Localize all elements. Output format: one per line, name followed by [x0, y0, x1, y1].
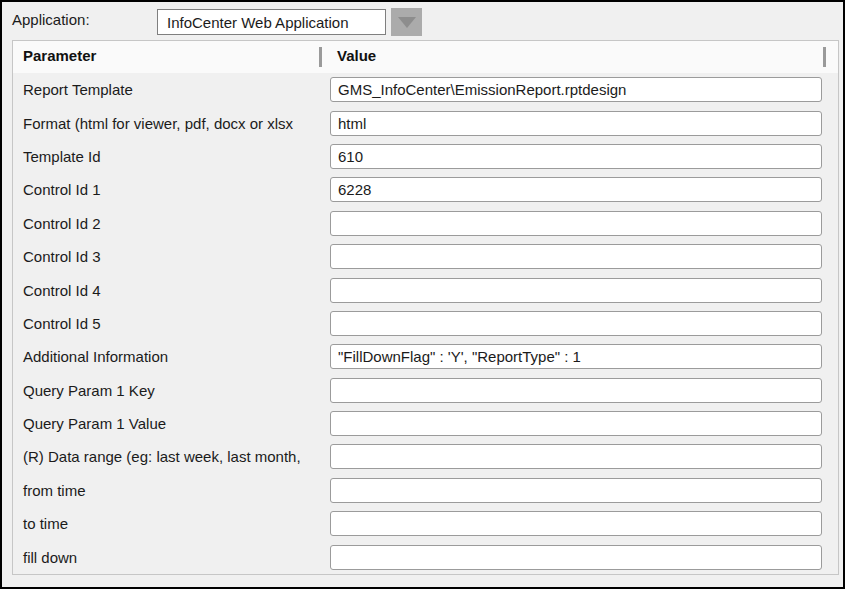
table-row: Control Id 2 [13, 207, 838, 240]
table-row: fill down [13, 540, 838, 573]
table-row: Report Template [13, 73, 838, 106]
application-dropdown[interactable]: InfoCenter Web Application [157, 9, 386, 35]
value-input[interactable] [330, 478, 822, 503]
table-row: Query Param 1 Value [13, 407, 838, 440]
application-label: Application: [12, 11, 90, 28]
table-row: Control Id 1 [13, 173, 838, 206]
column-splitter[interactable] [319, 47, 322, 67]
value-input[interactable] [330, 278, 822, 303]
application-dropdown-button[interactable] [391, 8, 422, 36]
parameter-label: Query Param 1 Value [13, 415, 330, 432]
table-row: to time [13, 507, 838, 540]
value-input[interactable] [330, 211, 822, 236]
parameter-label: Control Id 5 [13, 315, 330, 332]
value-input[interactable] [330, 77, 822, 102]
table-row: Template Id [13, 140, 838, 173]
application-selector-bar: Application: InfoCenter Web Application [2, 2, 843, 40]
parameter-label: Control Id 4 [13, 282, 330, 299]
value-input[interactable] [330, 111, 822, 136]
parameter-label: Format (html for viewer, pdf, docx or xl… [13, 115, 330, 132]
value-input[interactable] [330, 411, 822, 436]
table-row: Control Id 5 [13, 307, 838, 340]
value-input[interactable] [330, 344, 822, 369]
parameter-editor-window: Application: InfoCenter Web Application … [0, 0, 845, 589]
parameter-table-header: Parameter Value [13, 41, 838, 73]
parameter-label: Query Param 1 Key [13, 382, 330, 399]
parameter-label: fill down [13, 549, 330, 566]
table-row: Query Param 1 Key [13, 374, 838, 407]
column-header-value: Value [337, 47, 376, 64]
parameter-label: from time [13, 482, 330, 499]
value-input[interactable] [330, 244, 822, 269]
table-row: (R) Data range (eg: last week, last mont… [13, 440, 838, 473]
parameter-label: Template Id [13, 148, 330, 165]
application-dropdown-selected: InfoCenter Web Application [167, 14, 349, 31]
column-splitter[interactable] [823, 47, 826, 67]
table-row: from time [13, 474, 838, 507]
column-header-parameter: Parameter [23, 47, 96, 64]
value-input[interactable] [330, 511, 822, 536]
parameter-label: Report Template [13, 81, 330, 98]
value-input[interactable] [330, 177, 822, 202]
value-input[interactable] [330, 144, 822, 169]
table-row: Format (html for viewer, pdf, docx or xl… [13, 106, 838, 139]
table-row: Control Id 3 [13, 240, 838, 273]
parameter-label: to time [13, 515, 330, 532]
parameter-label: (R) Data range (eg: last week, last mont… [13, 448, 330, 465]
parameter-label: Control Id 1 [13, 181, 330, 198]
parameter-label: Additional Information [13, 348, 330, 365]
parameter-table-body: Report Template Format (html for viewer,… [13, 73, 838, 574]
table-row: Additional Information [13, 340, 838, 373]
value-input[interactable] [330, 545, 822, 570]
parameter-label: Control Id 2 [13, 215, 330, 232]
chevron-down-icon [398, 17, 416, 28]
value-input[interactable] [330, 444, 822, 469]
table-row: Control Id 4 [13, 273, 838, 306]
value-input[interactable] [330, 378, 822, 403]
parameter-label: Control Id 3 [13, 248, 330, 265]
value-input[interactable] [330, 311, 822, 336]
parameter-table: Parameter Value Report Template Format (… [12, 40, 839, 575]
